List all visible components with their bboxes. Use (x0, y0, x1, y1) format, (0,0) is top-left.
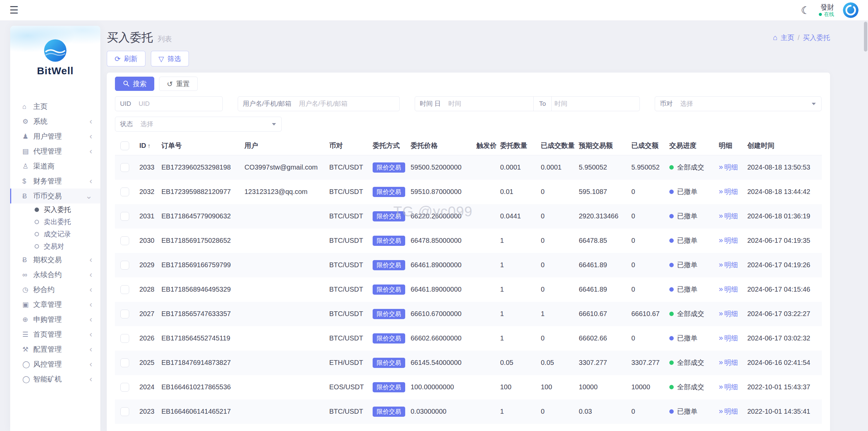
detail-link[interactable]: »明细 (719, 188, 738, 195)
row-order-type: 限价交易 (369, 277, 407, 302)
breadcrumb-home-link[interactable]: 主页 (781, 33, 794, 42)
detail-link[interactable]: »明细 (719, 408, 738, 415)
row-created-at: 2022-10-01 14:35:41 (743, 399, 822, 424)
sidebar-item-home[interactable]: ⌂主页 (10, 99, 100, 114)
select-all-checkbox[interactable] (120, 141, 129, 150)
user-info[interactable]: 發財 在线 (819, 3, 834, 17)
column-header[interactable]: 已成交数量 (537, 136, 575, 155)
column-header[interactable]: 用户 (240, 136, 325, 155)
column-header[interactable]: ID↑ (135, 136, 157, 155)
row-checkbox[interactable] (120, 334, 129, 343)
refresh-button[interactable]: ⟳ 刷新 (107, 51, 145, 66)
sidebar-item-risk[interactable]: ◯风控管理‹ (10, 357, 100, 372)
sidebar-item-articles[interactable]: ▣文章管理‹ (10, 297, 100, 312)
sidebar-item-spot[interactable]: Ƀ币币交易⌄ (10, 189, 100, 203)
sidebar-subitem-sell-orders[interactable]: 卖出委托 (10, 216, 100, 228)
dark-mode-toggle-icon[interactable]: ☾ (801, 4, 810, 16)
row-quantity: 1 (496, 229, 537, 253)
row-filled-quantity: 0 (537, 277, 575, 302)
column-header[interactable]: 委托价格 (407, 136, 472, 155)
row-checkbox[interactable] (120, 358, 129, 367)
row-checkbox[interactable] (120, 163, 129, 172)
row-expected-amount: 66610.67 (575, 302, 627, 326)
sidebar-item-subscription[interactable]: ⊕申购管理‹ (10, 312, 100, 327)
status-dot-icon (669, 165, 674, 170)
sidebar-subitem-trade-records[interactable]: 成交记录 (10, 228, 100, 240)
sidebar-item-miner[interactable]: ◯智能矿机‹ (10, 372, 100, 387)
row-filled-amount: 0 (627, 424, 665, 431)
row-expected-amount: 66461.89 (575, 277, 627, 302)
row-checkbox-cell (115, 155, 135, 180)
reset-button[interactable]: ↺ 重置 (159, 77, 198, 91)
sidebar-item-seconds[interactable]: ◷秒合约‹ (10, 282, 100, 297)
sidebar-item-agents[interactable]: ▤代理管理‹ (10, 144, 100, 159)
scrollbar[interactable] (864, 22, 867, 52)
column-header[interactable]: 币对 (325, 136, 369, 155)
detail-link[interactable]: »明细 (719, 212, 738, 220)
detail-link[interactable]: »明细 (719, 334, 738, 342)
bullet-icon (35, 244, 39, 249)
user-input[interactable] (296, 100, 399, 107)
search-icon (123, 80, 130, 88)
detail-chevrons-icon: » (719, 358, 723, 367)
sidebar-item-homepage[interactable]: ☰首页管理‹ (10, 327, 100, 342)
uid-input[interactable] (136, 100, 222, 107)
detail-link[interactable]: »明细 (719, 163, 738, 171)
sidebar-item-users[interactable]: ♟用户管理‹ (10, 129, 100, 144)
column-header[interactable]: 预期交易额 (575, 136, 627, 155)
row-checkbox[interactable] (120, 407, 129, 416)
select-all-cell (115, 136, 135, 155)
pair-select[interactable]: 币对 选择 (655, 96, 822, 111)
row-created-at: 2022-09-30 21:23:38 (743, 424, 822, 431)
sidebar-item-system[interactable]: ⚙系统‹ (10, 114, 100, 129)
column-header[interactable]: 交易进度 (665, 136, 715, 155)
sidebar-subitem-trading-pairs[interactable]: 交易对 (10, 240, 100, 252)
hamburger-menu-icon[interactable]: ☰ (9, 5, 19, 15)
filter-button[interactable]: ▽ 筛选 (151, 51, 189, 66)
column-header[interactable]: 明细 (715, 136, 743, 155)
row-checkbox[interactable] (120, 188, 129, 196)
sidebar-subitem-label: 成交记录 (44, 230, 71, 239)
row-checkbox[interactable] (120, 212, 129, 221)
sidebar-item-channel[interactable]: ♙渠道商 (10, 159, 100, 174)
row-checkbox[interactable] (120, 261, 129, 270)
column-header[interactable]: 委托方式 (369, 136, 407, 155)
row-id: 2033 (135, 155, 157, 180)
time-start-input[interactable] (446, 100, 533, 107)
row-id: 2032 (135, 180, 157, 204)
detail-chevrons-icon: » (719, 407, 723, 415)
detail-link[interactable]: »明细 (719, 310, 738, 317)
sidebar-item-perpetual[interactable]: ∞永续合约‹ (10, 267, 100, 282)
row-filled-quantity: 0 (537, 180, 575, 204)
time-end-input[interactable] (552, 100, 639, 107)
detail-link[interactable]: »明细 (719, 359, 738, 366)
sidebar-item-label: 配置管理 (33, 345, 90, 354)
row-order-no: EB1718565747633357 (157, 302, 240, 326)
order-type-badge: 限价交易 (373, 407, 405, 417)
search-button[interactable]: 搜索 (115, 77, 154, 91)
row-created-at: 2024-06-17 04:15:46 (743, 277, 822, 302)
dollar-icon: $ (22, 177, 33, 185)
detail-link[interactable]: »明细 (719, 237, 738, 244)
status-select[interactable]: 状态 选择 (115, 117, 282, 132)
detail-link[interactable]: »明细 (719, 286, 738, 293)
column-header[interactable]: 委托数量 (496, 136, 537, 155)
row-checkbox[interactable] (120, 285, 129, 294)
column-header[interactable]: 订单号 (157, 136, 240, 155)
column-header[interactable]: 已成交额 (627, 136, 665, 155)
row-checkbox[interactable] (120, 236, 129, 245)
avatar[interactable] (843, 2, 859, 18)
column-header[interactable]: 创建时间 (743, 136, 822, 155)
detail-link[interactable]: »明细 (719, 383, 738, 391)
sidebar-item-finance[interactable]: $财务管理‹ (10, 174, 100, 189)
sidebar-item-config[interactable]: ⚒配置管理‹ (10, 342, 100, 357)
row-detail-cell: »明细 (715, 277, 743, 302)
row-checkbox[interactable] (120, 383, 129, 392)
sidebar-item-label: 智能矿机 (33, 374, 90, 384)
row-checkbox[interactable] (120, 310, 129, 318)
order-type-badge: 限价交易 (373, 358, 405, 368)
detail-link[interactable]: »明细 (719, 261, 738, 269)
column-header[interactable]: 触发价 (472, 136, 496, 155)
sidebar-item-options[interactable]: Ƀ期权交易‹ (10, 252, 100, 267)
sidebar-subitem-buy-orders[interactable]: 买入委托 (10, 203, 100, 216)
